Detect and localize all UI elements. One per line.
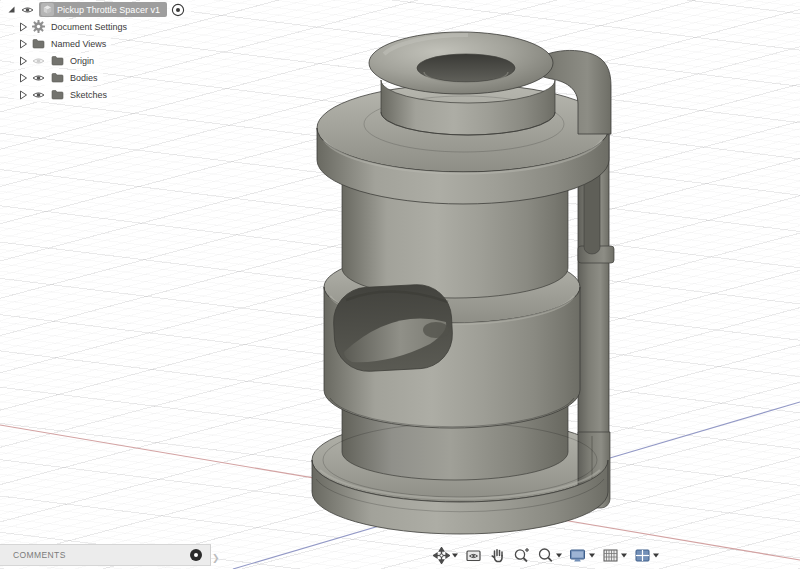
item-label: Bodies (67, 73, 98, 83)
zoom-icon (513, 547, 530, 564)
orbit-button[interactable] (431, 546, 460, 565)
expand-arrow-icon[interactable] (16, 21, 29, 33)
component-icon (41, 3, 54, 16)
pan-button[interactable] (487, 546, 508, 565)
browser-tree: Pickup Throttle Spacer v1 (3, 2, 191, 102)
folder-icon (48, 89, 67, 100)
folder-icon (48, 55, 67, 66)
eye-icon[interactable] (29, 72, 48, 84)
comments-bar[interactable]: COMMENTS (0, 544, 211, 566)
caret-down-icon (451, 552, 458, 560)
item-label: Origin (67, 56, 94, 66)
z-axis-line (233, 402, 800, 569)
comments-chevron-icon[interactable]: ❯ (212, 553, 220, 563)
eye-hidden-icon[interactable] (29, 55, 48, 67)
browser-item-document-settings[interactable]: Document Settings (14, 19, 132, 34)
viewports-icon (634, 547, 651, 564)
item-label: Sketches (67, 90, 107, 100)
orbit-icon (433, 547, 450, 564)
eye-icon[interactable] (29, 89, 48, 101)
layout-grid-button[interactable] (600, 546, 629, 565)
display-settings-icon (569, 547, 587, 564)
folder-icon (48, 72, 67, 83)
caret-down-icon (588, 552, 595, 560)
expand-arrow-icon[interactable] (16, 89, 29, 101)
x-axis-line (0, 425, 800, 560)
item-label: Named Views (48, 39, 106, 49)
expand-arrow-icon[interactable] (16, 38, 29, 50)
expand-arrow-icon[interactable] (16, 55, 29, 67)
display-settings-button[interactable] (567, 546, 597, 565)
gear-icon (29, 20, 48, 33)
browser-item-named-views[interactable]: Named Views (14, 36, 111, 51)
caret-down-icon (555, 552, 562, 560)
browser-item-sketches[interactable]: Sketches (14, 87, 112, 102)
browser-root-row[interactable]: Pickup Throttle Spacer v1 (3, 2, 191, 17)
caret-down-icon (620, 552, 627, 560)
model-body (312, 32, 614, 534)
layout-grid-icon (602, 547, 619, 564)
root-selection-chip[interactable]: Pickup Throttle Spacer v1 (39, 2, 167, 17)
item-label: Document Settings (48, 22, 127, 32)
root-label: Pickup Throttle Spacer v1 (54, 5, 160, 15)
comments-label: COMMENTS (0, 550, 190, 560)
viewports-button[interactable] (632, 546, 661, 565)
look-at-icon (465, 547, 482, 564)
folder-icon (29, 38, 48, 49)
browser-item-bodies[interactable]: Bodies (14, 70, 103, 85)
zoom-button[interactable] (511, 546, 532, 565)
eye-icon[interactable] (18, 4, 37, 16)
pan-icon (489, 547, 506, 564)
fit-icon (537, 547, 554, 564)
comments-expand-icon[interactable] (190, 549, 202, 561)
expand-arrow-icon[interactable] (16, 72, 29, 84)
fit-button[interactable] (535, 546, 564, 565)
look-at-button[interactable] (463, 546, 484, 565)
activate-radio-icon[interactable] (171, 3, 186, 17)
collapse-triangle-icon[interactable] (5, 4, 18, 15)
caret-down-icon (652, 552, 659, 560)
browser-item-origin[interactable]: Origin (14, 53, 99, 68)
navigation-toolbar (431, 546, 661, 565)
